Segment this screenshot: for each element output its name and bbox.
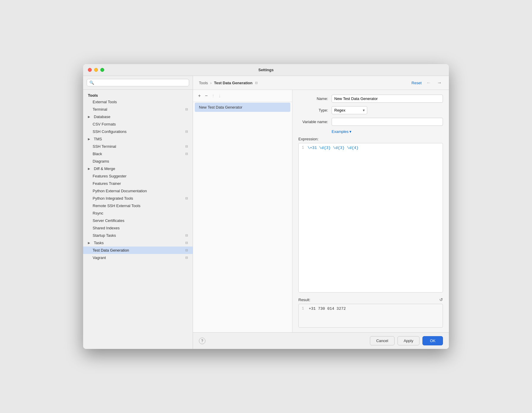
refresh-icon[interactable]: ↺ (439, 297, 443, 302)
sidebar-item-ssh-terminal[interactable]: SSH Terminal ⊟ (83, 143, 193, 150)
breadcrumb: Tools › Test Data Generation ⊟ (199, 81, 411, 85)
copy-icon[interactable]: ⊟ (255, 81, 258, 85)
sidebar-item-startup-tasks[interactable]: Startup Tasks ⊟ (83, 232, 193, 239)
sidebar-item-label: Test Data Generation (93, 248, 129, 252)
content: 🔍 Tools External Tools Terminal ⊟ ▶ (83, 76, 449, 349)
sidebar-item-label: Shared Indexes (93, 226, 120, 230)
sidebar-item-label: Rsync (93, 211, 103, 215)
chevron-icon: ▶ (88, 167, 93, 170)
forward-button[interactable]: → (436, 80, 443, 86)
lock-icon: ⊟ (185, 241, 188, 245)
ok-button[interactable]: OK (422, 336, 443, 345)
chevron-icon: ▶ (88, 241, 93, 244)
code-content: \+31 \d{3} \d{3} \d{4} (308, 146, 443, 150)
minimize-button[interactable] (94, 68, 98, 72)
regex-token: {3} (338, 146, 344, 150)
regex-token: {3} (324, 146, 331, 150)
sidebar-item-vagrant[interactable]: Vagrant ⊟ (83, 254, 193, 261)
sidebar-item-rsync[interactable]: Rsync (83, 209, 193, 217)
nav-list: Tools External Tools Terminal ⊟ ▶ Databa… (83, 90, 193, 349)
move-up-button[interactable]: ↑ (210, 92, 216, 99)
sidebar-item-python-integrated-tools[interactable]: Python Integrated Tools ⊟ (83, 195, 193, 202)
result-label: Result: (298, 298, 310, 302)
variable-name-input[interactable] (332, 118, 443, 126)
close-button[interactable] (88, 68, 92, 72)
result-section: Result: ↺ 1 +31 730 014 3272 (298, 297, 443, 328)
sidebar-item-python-external-documentation[interactable]: Python External Documentation (83, 187, 193, 195)
sidebar-item-tms[interactable]: ▶ TMS (83, 135, 193, 143)
sidebar-item-label: Features Trainer (93, 181, 121, 186)
header-actions: Reset ← → (411, 80, 443, 86)
regex-token: \d (347, 146, 352, 150)
sidebar-item-features-trainer[interactable]: Features Trainer (83, 180, 193, 187)
type-select[interactable]: Regex Script Dictionary (332, 106, 367, 114)
lock-icon: ⊟ (185, 152, 188, 156)
sidebar-item-server-certificates[interactable]: Server Certificates (83, 217, 193, 224)
sidebar-item-black[interactable]: Black ⊟ (83, 150, 193, 158)
traffic-lights (88, 68, 104, 72)
reset-button[interactable]: Reset (411, 81, 422, 85)
sidebar-item-tasks[interactable]: ▶ Tasks ⊟ (83, 239, 193, 247)
code-line: 1 \+31 \d{3} \d{3} \d{4} (299, 146, 443, 150)
sidebar-item-csv-formats[interactable]: CSV Formats (83, 120, 193, 128)
breadcrumb-current: Test Data Generation (214, 81, 253, 85)
result-line: 1 +31 730 014 3272 (299, 306, 443, 311)
search-icon: 🔍 (89, 80, 94, 85)
titlebar: Settings (83, 64, 449, 76)
sidebar-item-label: External Tools (93, 100, 117, 104)
settings-window: Settings 🔍 Tools External Tools Terminal (83, 64, 449, 349)
help-button[interactable]: ? (199, 338, 205, 344)
examples-button[interactable]: Examples ▾ (332, 129, 443, 134)
lock-icon: ⊟ (185, 196, 188, 200)
back-button[interactable]: ← (425, 80, 432, 86)
name-row: Name: (298, 95, 443, 103)
search-bar: 🔍 (83, 76, 193, 90)
sidebar-item-shared-indexes[interactable]: Shared Indexes (83, 224, 193, 232)
search-input[interactable] (96, 80, 186, 85)
sidebar-item-label: Python Integrated Tools (93, 196, 133, 201)
sidebar-item-label: Remote SSH External Tools (93, 204, 140, 208)
maximize-button[interactable] (100, 68, 104, 72)
variable-name-row: Variable name: (298, 118, 443, 126)
add-button[interactable]: + (197, 92, 202, 99)
generator-list: New Test Data Generator (193, 102, 292, 332)
variable-name-label: Variable name: (298, 120, 328, 124)
sidebar-item-label: Features Suggester (93, 174, 126, 178)
regex-token: \d (319, 146, 324, 150)
bottom-bar: ? Cancel Apply OK (193, 332, 449, 349)
examples-label: Examples (332, 129, 349, 134)
sidebar-item-ssh-configurations[interactable]: SSH Configurations ⊟ (83, 128, 193, 135)
breadcrumb-parent: Tools (199, 81, 208, 85)
toolbar: + − ↑ ↓ (193, 90, 292, 102)
result-header: Result: ↺ (298, 297, 443, 302)
generator-item[interactable]: New Test Data Generator (195, 103, 290, 112)
sidebar-item-label: Diagrams (93, 159, 109, 163)
bottom-actions: Cancel Apply OK (370, 336, 443, 345)
generator-item-label: New Test Data Generator (199, 105, 242, 109)
remove-button[interactable]: − (203, 92, 209, 99)
sidebar-item-terminal[interactable]: Terminal ⊟ (83, 106, 193, 113)
sidebar-item-test-data-generation[interactable]: Test Data Generation ⊟ (83, 247, 193, 254)
sidebar-item-external-tools[interactable]: External Tools (83, 98, 193, 106)
lock-icon: ⊟ (185, 233, 188, 237)
cancel-button[interactable]: Cancel (370, 336, 394, 345)
sidebar-item-database[interactable]: ▶ Database (83, 113, 193, 120)
sidebar-item-label: Diff & Merge (94, 166, 115, 171)
line-number: 1 (299, 146, 308, 150)
sidebar-item-diagrams[interactable]: Diagrams (83, 158, 193, 165)
main-panel: Tools › Test Data Generation ⊟ Reset ← →… (193, 76, 449, 349)
apply-button[interactable]: Apply (398, 336, 420, 345)
sidebar-item-diff-merge[interactable]: ▶ Diff & Merge (83, 165, 193, 172)
sidebar-item-label: Tasks (94, 241, 104, 245)
sidebar-item-features-suggester[interactable]: Features Suggester (83, 172, 193, 180)
left-panel: + − ↑ ↓ New Test Data Generator (193, 90, 292, 332)
name-input[interactable] (332, 95, 443, 103)
move-down-button[interactable]: ↓ (217, 92, 222, 99)
expression-editor[interactable]: 1 \+31 \d{3} \d{3} \d{4} (298, 143, 443, 293)
split-panel: + − ↑ ↓ New Test Data Generator (193, 90, 449, 332)
search-input-wrap[interactable]: 🔍 (87, 79, 189, 86)
window-title: Settings (258, 68, 273, 72)
sidebar-item-label: Terminal (93, 107, 107, 112)
sidebar-item-remote-ssh-external-tools[interactable]: Remote SSH External Tools (83, 202, 193, 209)
type-label: Type: (298, 108, 328, 112)
